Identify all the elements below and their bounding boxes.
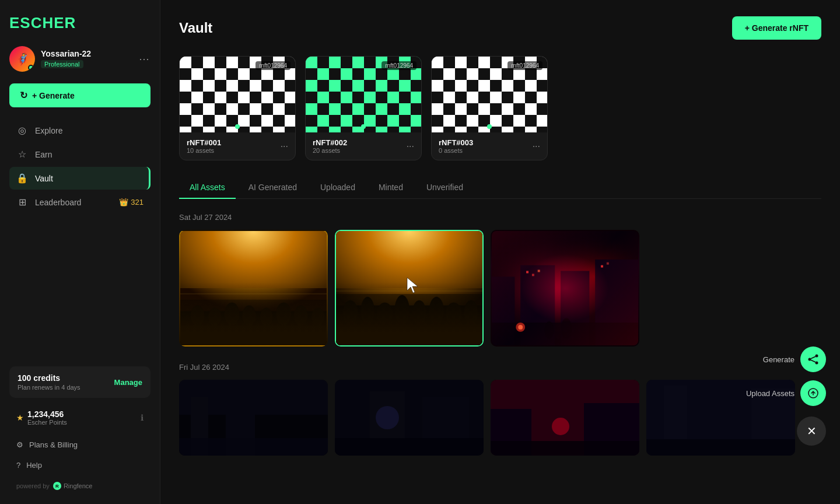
svg-rect-35 — [526, 271, 528, 273]
svg-rect-15 — [336, 306, 482, 345]
info-icon[interactable]: ℹ — [141, 413, 144, 422]
ringfence-icon: R — [53, 482, 61, 490]
nft-card-footer: rNFT#003 0 assets ··· — [432, 132, 547, 160]
svg-rect-0 — [180, 231, 327, 345]
svg-point-53 — [376, 406, 399, 429]
svg-rect-32 — [520, 265, 555, 345]
sidebar-item-leaderboard[interactable]: ⊞ Leaderboard 👑 321 — [9, 191, 150, 214]
asset-card[interactable] — [179, 230, 328, 346]
svg-point-24 — [464, 300, 478, 326]
svg-point-5 — [225, 303, 240, 326]
sidebar-item-label: Leaderboard — [35, 198, 112, 207]
svg-point-41 — [545, 321, 554, 339]
credits-row: 100 credits Plan renews in 4 days Manage — [18, 373, 142, 391]
asset-card[interactable] — [335, 230, 484, 346]
generate-rnft-button[interactable]: + Generate rNFT — [732, 16, 821, 40]
svg-point-19 — [377, 303, 393, 326]
fab-close-button[interactable]: ✕ — [797, 416, 826, 446]
explore-icon: ◎ — [16, 125, 28, 136]
tab-uploaded[interactable]: Uploaded — [310, 177, 366, 199]
svg-point-10 — [312, 307, 324, 326]
svg-point-23 — [446, 303, 462, 326]
svg-rect-33 — [561, 271, 589, 345]
asset-card[interactable] — [491, 380, 639, 456]
svg-point-43 — [516, 323, 525, 332]
sidebar-item-explore[interactable]: ◎ Explore — [9, 119, 150, 142]
svg-point-8 — [276, 303, 291, 326]
fab-generate-button[interactable] — [800, 346, 826, 372]
svg-point-7 — [260, 307, 273, 326]
tab-minted[interactable]: Minted — [368, 177, 414, 199]
user-name: Yossarian-22 — [41, 49, 133, 58]
tab-all-assets[interactable]: All Assets — [179, 177, 236, 199]
credits-amount: 100 credits — [18, 373, 80, 383]
nft-card-menu-button[interactable]: ··· — [533, 141, 540, 152]
nft-card[interactable]: rnft012964 rNFT#003 0 assets ··· — [431, 56, 548, 160]
generate-icon: ↻ — [20, 90, 27, 101]
asset-card[interactable] — [335, 380, 484, 456]
sidebar-item-earn[interactable]: ☆ Earn — [9, 143, 150, 166]
main-nav: ◎ Explore ☆ Earn 🔒 Vault ⊞ Leaderboard 👑… — [9, 119, 150, 214]
svg-rect-30 — [492, 231, 638, 345]
svg-point-4 — [208, 307, 221, 326]
svg-rect-11 — [180, 326, 327, 345]
main-content: Vault + Generate rNFT rnft012964 rNFT#00… — [160, 0, 840, 504]
asset-card[interactable] — [491, 230, 639, 346]
nft-card-dot — [487, 124, 492, 129]
sidebar-bottom: 100 credits Plan renews in 4 days Manage… — [9, 366, 150, 490]
tab-ai-generated[interactable]: AI Generated — [238, 177, 307, 199]
points-row: ★ 1,234,456 Escher Points ℹ — [9, 405, 150, 430]
fab-generate-label: Generate — [763, 355, 794, 364]
svg-point-18 — [360, 297, 374, 326]
svg-rect-28 — [492, 231, 638, 345]
nft-card-menu-button[interactable]: ··· — [281, 141, 288, 152]
nft-card-count: 20 assets — [313, 147, 347, 154]
avatar: 🦸 — [9, 46, 35, 72]
asset-image — [492, 231, 638, 345]
svg-point-42 — [561, 318, 572, 338]
nft-card-footer: rNFT#001 10 assets ··· — [180, 132, 295, 160]
generate-button[interactable]: ↻ + Generate — [9, 83, 150, 107]
nft-card-count: 0 assets — [439, 147, 473, 154]
nft-card-id-label: rnft012964 — [382, 61, 416, 70]
nft-card[interactable]: rnft012964 rNFT#002 20 assets ··· — [305, 56, 422, 160]
nft-card-count: 10 assets — [187, 147, 221, 154]
svg-line-70 — [811, 356, 816, 359]
svg-point-21 — [412, 300, 426, 326]
svg-rect-31 — [492, 276, 514, 345]
page-title: Vault — [179, 20, 212, 36]
svg-rect-37 — [538, 270, 540, 272]
share-icon — [807, 354, 819, 365]
nft-card-dot — [361, 124, 366, 129]
svg-point-67 — [816, 355, 818, 358]
main-header: Vault + Generate rNFT — [179, 16, 821, 40]
svg-rect-29 — [492, 231, 638, 345]
footer-nav: ⚙ Plans & Billing ? Help — [9, 435, 150, 475]
sidebar-item-help[interactable]: ? Help — [9, 456, 150, 475]
upload-icon — [807, 387, 819, 399]
fab-container: Generate Upload Assets ✕ — [746, 346, 826, 446]
svg-point-59 — [552, 418, 569, 435]
sidebar: ESCHER 🦸 Yossarian-22 Professional ⋯ ↻ +… — [0, 0, 160, 504]
fab-generate-item: Generate — [763, 346, 826, 372]
svg-rect-2 — [180, 300, 327, 323]
manage-button[interactable]: Manage — [114, 378, 142, 387]
user-menu-button[interactable]: ⋯ — [139, 52, 150, 65]
tabs-row: All Assets AI Generated Uploaded Minted … — [179, 177, 821, 199]
nft-card[interactable]: rnft012964 rNFT#001 10 assets ··· — [179, 56, 296, 160]
tab-unverified[interactable]: Unverified — [416, 177, 474, 199]
app-logo: ESCHER — [9, 14, 150, 32]
sidebar-item-plans-billing[interactable]: ⚙ Plans & Billing — [9, 435, 150, 454]
svg-rect-36 — [532, 274, 534, 276]
svg-rect-39 — [607, 262, 609, 265]
nft-card-id-label: rnft012964 — [508, 61, 542, 70]
nft-card-menu-button[interactable]: ··· — [407, 141, 414, 152]
sidebar-item-vault[interactable]: 🔒 Vault — [9, 167, 150, 190]
fab-upload-button[interactable] — [800, 380, 826, 406]
sidebar-item-label: Vault — [35, 174, 142, 183]
user-badge: Professional — [41, 60, 83, 68]
asset-card[interactable] — [179, 380, 328, 456]
online-indicator — [28, 65, 34, 71]
svg-rect-40 — [492, 323, 638, 345]
nft-card-footer: rNFT#002 20 assets ··· — [306, 132, 421, 160]
